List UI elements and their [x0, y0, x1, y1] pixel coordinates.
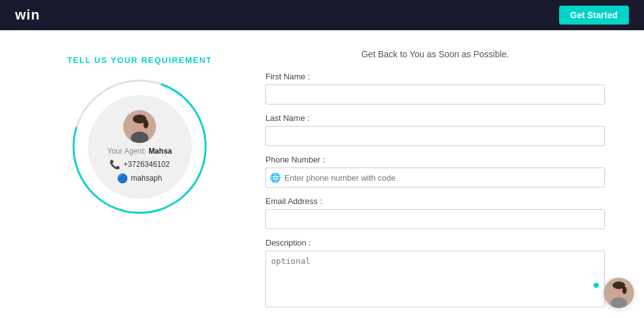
agent-card-container: Your Agent: Mahsa 📞 +3726346102 🔵 mahsap… — [70, 77, 209, 216]
last-name-group: Last Name : — [265, 113, 605, 146]
svg-point-11 — [623, 287, 627, 294]
globe-icon: 🌐 — [270, 173, 280, 183]
get-started-button[interactable]: Get Started — [559, 6, 629, 25]
skype-icon: 🔵 — [117, 173, 128, 183]
header: win Get Started — [0, 0, 644, 30]
first-name-input[interactable] — [265, 84, 605, 105]
agent-name: Mahsa — [148, 147, 172, 156]
phone-input-wrapper: 🌐 — [265, 168, 605, 188]
bottom-avatar[interactable] — [604, 278, 634, 308]
last-name-input[interactable] — [265, 126, 605, 146]
first-name-group: First Name : — [265, 72, 605, 105]
email-group: Email Address : — [265, 196, 605, 229]
first-name-label: First Name : — [265, 72, 605, 81]
phone-icon: 📞 — [109, 159, 120, 169]
email-input[interactable] — [265, 209, 605, 229]
email-label: Email Address : — [265, 196, 605, 206]
agent-avatar-svg — [123, 110, 156, 143]
description-textarea[interactable] — [265, 251, 605, 307]
phone-label: Phone Number : — [265, 155, 605, 164]
last-name-label: Last Name : — [265, 113, 605, 123]
main-content: TELL US YOUR REQUIREMENT — [20, 30, 624, 318]
description-label: Description : — [265, 238, 605, 247]
agent-phone: +3726346102 — [123, 160, 170, 169]
left-panel: TELL US YOUR REQUIREMENT — [39, 43, 240, 318]
teal-dot — [594, 283, 599, 288]
agent-name-row: Your Agent: Mahsa — [108, 147, 172, 156]
phone-input[interactable] — [284, 173, 601, 183]
section-title: TELL US YOUR REQUIREMENT — [67, 55, 213, 65]
agent-card: Your Agent: Mahsa 📞 +3726346102 🔵 mahsap… — [88, 95, 192, 199]
agent-skype: mahsaph — [131, 174, 162, 183]
svg-point-6 — [143, 120, 148, 128]
logo: win — [15, 7, 40, 23]
agent-phone-row: 📞 +3726346102 — [109, 159, 170, 169]
phone-group: Phone Number : 🌐 — [265, 155, 605, 188]
bottom-avatar-svg — [604, 278, 634, 308]
agent-skype-row: 🔵 mahsaph — [117, 173, 162, 183]
agent-avatar — [123, 110, 156, 143]
right-panel: Get Back to You as Soon as Possible. Fir… — [265, 43, 605, 318]
description-group: Description : — [265, 238, 605, 310]
form-subtitle: Get Back to You as Soon as Possible. — [265, 49, 605, 59]
agent-label: Your Agent: — [108, 147, 147, 156]
